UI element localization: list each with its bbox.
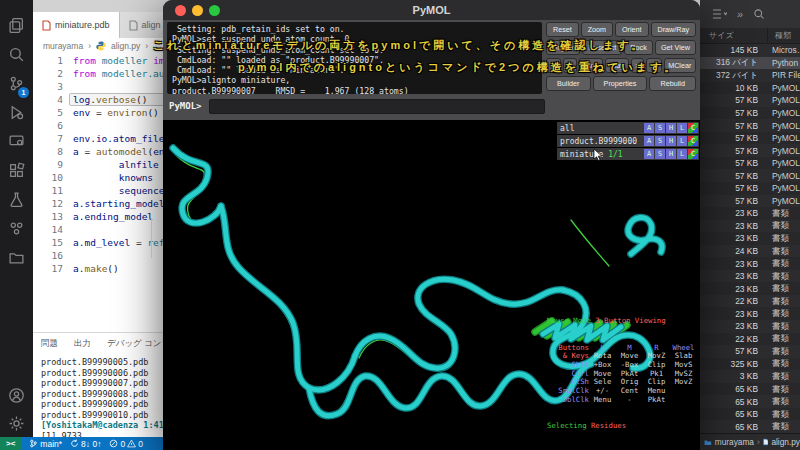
path-file[interactable]: align.py bbox=[771, 437, 800, 447]
selecting-mode[interactable]: Selecting Residues bbox=[547, 422, 697, 431]
minimize-icon[interactable] bbox=[192, 5, 203, 16]
settings-gear-icon[interactable] bbox=[0, 410, 33, 436]
explorer-icon[interactable] bbox=[0, 12, 33, 38]
object-menu-l[interactable]: L bbox=[677, 123, 687, 133]
file-row[interactable]: 57 KBPyMOL bbox=[700, 94, 800, 107]
project-folder-icon[interactable] bbox=[0, 244, 33, 270]
file-size: 23 KB bbox=[735, 309, 758, 319]
object-menu-a[interactable]: A bbox=[644, 149, 654, 159]
file-row[interactable]: 145 KBMicros… bbox=[700, 44, 800, 57]
column-kind[interactable]: 種類 bbox=[775, 30, 791, 41]
pymol-button-reset[interactable]: Reset bbox=[546, 22, 579, 37]
column-size[interactable]: サイズ bbox=[709, 30, 734, 41]
pymol-button-get-view[interactable]: Get View bbox=[655, 40, 696, 55]
file-row[interactable]: 22 KB書類 bbox=[700, 333, 800, 346]
tab-output[interactable]: 出力 bbox=[74, 338, 91, 350]
object-row[interactable]: allASHLC bbox=[557, 122, 699, 134]
file-row[interactable]: 65 KB書類 bbox=[700, 408, 800, 421]
file-row[interactable]: 65 KB書類 bbox=[700, 383, 800, 396]
tab-miniature-pdb[interactable]: miniature.pdb bbox=[33, 12, 120, 38]
maximize-icon[interactable] bbox=[209, 5, 220, 16]
finder-search-icon[interactable] bbox=[753, 8, 765, 20]
object-menu-c[interactable]: C bbox=[688, 123, 698, 133]
circles-ext-icon[interactable] bbox=[0, 215, 33, 241]
object-menu-c[interactable]: C bbox=[688, 149, 698, 159]
finder-file-list[interactable]: 145 KBMicros…316 バイトPython372 バイトPIR Fil… bbox=[700, 44, 800, 433]
search-icon[interactable] bbox=[0, 41, 33, 67]
object-name[interactable]: product.B9999000 bbox=[557, 137, 644, 146]
object-menu-l[interactable]: L bbox=[677, 149, 687, 159]
testing-icon[interactable] bbox=[0, 186, 33, 212]
pymol-button-rebuild[interactable]: Rebuild bbox=[649, 76, 696, 91]
file-row[interactable]: 24 KB書類 bbox=[700, 245, 800, 258]
pymol-console[interactable]: Setting: pdb_retain_ids set to on.PyMOL>… bbox=[167, 22, 542, 94]
object-row[interactable]: miniature 1/1ASHLC bbox=[557, 148, 699, 160]
file-row[interactable]: 23 KB書類 bbox=[700, 257, 800, 270]
object-menu-a[interactable]: A bbox=[644, 136, 654, 146]
file-row[interactable]: 57 KB書類 bbox=[700, 345, 800, 358]
branch-indicator[interactable]: main* bbox=[29, 439, 62, 449]
file-row[interactable]: 65 KB書類 bbox=[700, 420, 800, 433]
file-row[interactable]: 23 KB書類 bbox=[700, 232, 800, 245]
command-input[interactable] bbox=[209, 99, 545, 114]
molecule-viewport[interactable]: allASHLCproduct.B9999000ASHLCminiature 1… bbox=[163, 120, 700, 450]
breadcrumb-folder[interactable]: murayama bbox=[43, 41, 83, 51]
object-menu-h[interactable]: H bbox=[666, 123, 676, 133]
file-row[interactable]: 325 KB書類 bbox=[700, 358, 800, 371]
file-row[interactable]: 23 KB書類 bbox=[700, 307, 800, 320]
pymol-button-properties[interactable]: Properties bbox=[593, 76, 648, 91]
file-row[interactable]: 57 KBPyMOL bbox=[700, 144, 800, 157]
object-menu-a[interactable]: A bbox=[644, 123, 654, 133]
pymol-titlebar[interactable]: PyMOL bbox=[163, 0, 700, 20]
file-row[interactable]: 23 KB書類 bbox=[700, 270, 800, 283]
object-menu-s[interactable]: S bbox=[655, 123, 665, 133]
path-folder[interactable]: murayama bbox=[715, 437, 754, 447]
file-row[interactable]: 65 KB書類 bbox=[700, 395, 800, 408]
pymol-button-draw-ray[interactable]: Draw/Ray bbox=[651, 22, 696, 37]
finder-path-bar[interactable]: murayama › align.py bbox=[700, 433, 800, 450]
object-menu-l[interactable]: L bbox=[677, 136, 687, 146]
object-menu-c[interactable]: C bbox=[688, 136, 698, 146]
object-menu-s[interactable]: S bbox=[655, 136, 665, 146]
breadcrumb-file[interactable]: align.py bbox=[111, 41, 140, 51]
source-control-icon[interactable]: 1 bbox=[0, 70, 33, 96]
file-row[interactable]: 23 KB書類 bbox=[700, 320, 800, 333]
column-divider[interactable] bbox=[767, 28, 768, 43]
run-debug-icon[interactable] bbox=[0, 99, 33, 125]
file-row[interactable]: 57 KBPyMOL bbox=[700, 182, 800, 195]
account-icon[interactable] bbox=[0, 382, 33, 408]
file-row[interactable]: 23 KB書類 bbox=[700, 207, 800, 220]
file-row[interactable]: 57 KBPyMOL bbox=[700, 169, 800, 182]
pymol-button-orient[interactable]: Orient bbox=[615, 22, 649, 37]
sync-indicator[interactable]: 8↓ 0↑ bbox=[70, 439, 101, 449]
remote-explorer-icon[interactable] bbox=[0, 128, 33, 154]
object-menu-h[interactable]: H bbox=[666, 136, 676, 146]
object-name[interactable]: all bbox=[557, 124, 644, 133]
tab-problems[interactable]: 問題 bbox=[41, 338, 58, 350]
file-row[interactable]: 57 KBPyMOL bbox=[700, 107, 800, 120]
file-row[interactable]: 57 KBPyMOL bbox=[700, 119, 800, 132]
file-row[interactable]: 22 KB書類 bbox=[700, 295, 800, 308]
extensions-icon[interactable] bbox=[0, 157, 33, 183]
object-menu-h[interactable]: H bbox=[666, 149, 676, 159]
file-row[interactable]: 372 バイトPIR File bbox=[700, 69, 800, 82]
finder-column-header[interactable]: サイズ 種類 bbox=[700, 28, 800, 44]
problems-indicator[interactable]: 0 0 bbox=[109, 439, 142, 449]
file-row[interactable]: 3 KB書類 bbox=[700, 370, 800, 383]
file-row[interactable]: 57 KBPyMOL bbox=[700, 132, 800, 145]
remote-indicator[interactable]: >< bbox=[0, 437, 21, 450]
file-row[interactable]: 316 バイトPython bbox=[700, 57, 800, 70]
pymol-button-builder[interactable]: Builder bbox=[546, 76, 591, 91]
file-row[interactable]: 23 KB書類 bbox=[700, 220, 800, 233]
list-view-icon[interactable] bbox=[712, 8, 727, 20]
close-icon[interactable] bbox=[175, 5, 186, 16]
file-row[interactable]: 10 KBPyMOL bbox=[700, 82, 800, 95]
file-row[interactable]: 57 KBPyMOL bbox=[700, 195, 800, 208]
file-row[interactable]: 57 KBPyMOL bbox=[700, 157, 800, 170]
object-row[interactable]: product.B9999000ASHLC bbox=[557, 135, 699, 147]
object-menu-s[interactable]: S bbox=[655, 149, 665, 159]
file-row[interactable]: 23 KB書類 bbox=[700, 282, 800, 295]
pymol-button-zoom[interactable]: Zoom bbox=[581, 22, 613, 37]
python-icon bbox=[96, 41, 106, 51]
toolbar-more-icon[interactable]: » bbox=[737, 8, 743, 20]
